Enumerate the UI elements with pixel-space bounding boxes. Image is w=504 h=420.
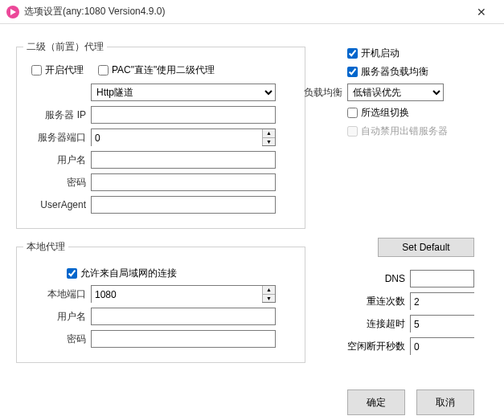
timeout-input[interactable]: [411, 316, 504, 333]
dns-label: DNS: [347, 273, 405, 284]
enable-proxy-input[interactable]: [31, 65, 42, 75]
proxy-type-select[interactable]: Http隧道: [91, 84, 276, 101]
local-pass-input[interactable]: [91, 330, 276, 348]
autostart-input[interactable]: [347, 48, 358, 59]
title-bar: 选项设置(any:1080 Version4.9.0) ✕: [0, 0, 504, 24]
spin-up-icon[interactable]: ▲: [263, 286, 275, 295]
server-ip-input[interactable]: [91, 106, 276, 124]
disable-error-checkbox: 自动禁用出错服务器: [347, 124, 448, 138]
server-port-label: 服务器端口: [23, 131, 86, 145]
proxy2-group: 二级（前置）代理 开启代理 PAC"直连"使用二级代理 Http隧道 服务器: [16, 40, 305, 229]
pac-direct-input[interactable]: [98, 65, 109, 75]
local-port-label: 本地端口: [23, 287, 86, 301]
close-icon[interactable]: ✕: [465, 6, 498, 18]
retry-spinner[interactable]: ▲ ▼: [410, 292, 474, 310]
set-default-button[interactable]: Set Default: [378, 238, 474, 257]
local-port-input[interactable]: [92, 286, 262, 304]
group-switch-input[interactable]: [347, 108, 358, 118]
local-proxy-group: 本地代理 允许来自局域网的连接 本地端口 ▲ ▼ 用户名: [16, 240, 305, 363]
timeout-spinner[interactable]: ▲ ▼: [410, 315, 474, 332]
useragent-label: UserAgent: [23, 199, 86, 210]
local-proxy-legend: 本地代理: [23, 240, 68, 254]
retry-input[interactable]: [411, 293, 504, 311]
ok-button[interactable]: 确定: [347, 389, 405, 415]
proxy-pass-label: 密码: [23, 176, 86, 190]
allow-lan-input[interactable]: [67, 268, 77, 279]
group-switch-checkbox[interactable]: 所选组切换: [347, 106, 409, 120]
local-pass-label: 密码: [23, 332, 86, 346]
proxy-pass-input[interactable]: [91, 173, 276, 191]
spin-down-icon[interactable]: ▼: [263, 295, 275, 303]
enable-proxy-checkbox[interactable]: 开启代理: [31, 63, 84, 77]
loadbalance-input[interactable]: [347, 67, 358, 77]
svg-marker-0: [10, 9, 16, 15]
idle-spinner[interactable]: ▲ ▼: [410, 337, 474, 355]
server-ip-label: 服务器 IP: [23, 108, 86, 122]
local-user-input[interactable]: [91, 308, 276, 325]
retry-label: 重连次数: [347, 295, 405, 308]
server-port-spinner[interactable]: ▲ ▼: [91, 128, 276, 146]
proxy-user-input[interactable]: [91, 151, 276, 169]
autostart-checkbox[interactable]: 开机启动: [347, 47, 400, 60]
timeout-label: 连接超时: [347, 317, 405, 331]
lb-label: 负载均衡: [301, 86, 342, 100]
proxy2-legend: 二级（前置）代理: [23, 40, 107, 54]
local-port-spinner[interactable]: ▲ ▼: [91, 285, 276, 303]
disable-error-input: [347, 126, 358, 137]
server-port-input[interactable]: [92, 129, 262, 147]
local-user-label: 用户名: [23, 310, 86, 324]
spin-down-icon[interactable]: ▼: [263, 138, 275, 146]
dns-input[interactable]: [410, 270, 474, 287]
spin-up-icon[interactable]: ▲: [263, 129, 275, 138]
idle-label: 空闲断开秒数: [347, 340, 405, 353]
app-icon: [6, 6, 19, 18]
idle-input[interactable]: [411, 338, 504, 356]
cancel-button[interactable]: 取消: [416, 389, 474, 415]
proxy-user-label: 用户名: [23, 153, 86, 167]
window-title: 选项设置(any:1080 Version4.9.0): [24, 5, 465, 18]
lb-select[interactable]: 低错误优先: [347, 84, 444, 101]
useragent-input[interactable]: [91, 196, 276, 214]
allow-lan-checkbox[interactable]: 允许来自局域网的连接: [67, 267, 177, 280]
loadbalance-checkbox[interactable]: 服务器负载均衡: [347, 65, 428, 79]
pac-direct-checkbox[interactable]: PAC"直连"使用二级代理: [98, 63, 215, 77]
